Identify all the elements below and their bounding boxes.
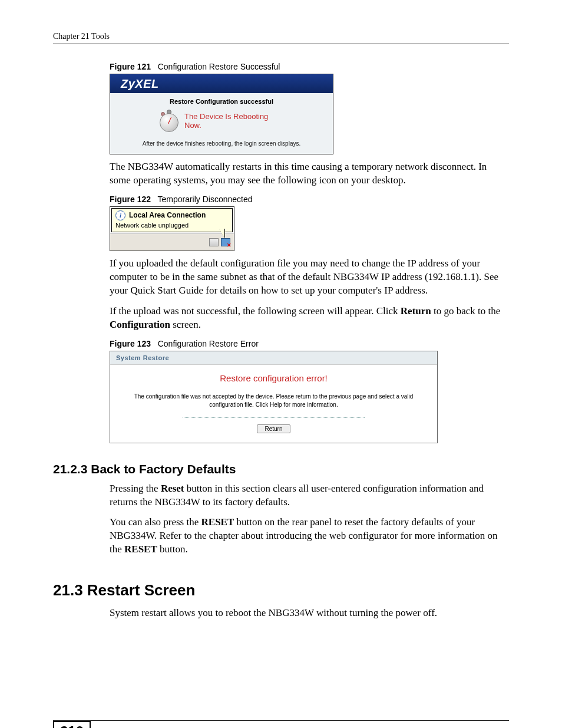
tooltip-balloon: i Local Area Connection Network cable un… [111,208,233,232]
figure-123-caption: Figure 123 Configuration Restore Error [110,339,509,348]
paragraph-ip-note: If you uploaded the default configuratio… [110,257,509,298]
reset-bold-2: RESET [201,516,234,528]
page-number: 210 [53,721,91,728]
page-footer: 210 NBG334W User's Guide [53,720,509,728]
figure-122-title: Temporarily Disconnected [157,195,252,204]
return-button[interactable]: Return [257,424,290,433]
figure-121-label: Figure 121 [110,62,151,71]
figure-121-title: Configuration Restore Successful [158,62,280,71]
rebooting-text: The Device Is Rebooting Now. [184,112,285,130]
balloon-title: Local Area Connection [129,211,206,219]
restore-error-message: The configuration file was not accepted … [122,393,425,409]
upload-fail-e: screen. [170,319,201,330]
return-bold: Return [401,305,431,317]
figure-123-label: Figure 123 [110,339,151,348]
info-icon: i [115,210,125,220]
upload-fail-a: If the upload was not successful, the fo… [110,305,401,317]
zyxel-logo-bar: ZyXEL [110,74,333,93]
balloon-subtitle: Network cable unplugged [115,222,229,229]
header-rule [53,44,509,44]
fd-p1-a: Pressing the [110,483,161,494]
balloon-tail [219,228,224,238]
figure-123-title: Configuration Restore Error [158,339,259,348]
restore-error-title: Restore configuration error! [122,373,425,383]
network-disconnected-icon [221,238,230,246]
tray-item-icon [209,238,219,246]
paragraph-upload-fail: If the upload was not successful, the fo… [110,305,509,332]
restart-screen-p1: System restart allows you to reboot the … [110,607,509,620]
restore-success-footer: After the device finishes rebooting, the… [116,140,327,147]
figure-121-caption: Figure 121 Configuration Restore Success… [110,62,509,71]
reset-bold: Reset [161,483,184,494]
figure-122: i Local Area Connection Network cable un… [110,206,234,251]
running-header: Chapter 21 Tools [53,32,509,41]
figure-122-caption: Figure 122 Temporarily Disconnected [110,195,509,204]
figure-121: ZyXEL Restore Configuration successful T… [110,74,333,154]
system-restore-header: System Restore [110,351,437,365]
configuration-bold: Configuration [110,319,170,330]
upload-fail-c: to go back to the [431,305,501,317]
reset-bold-3: RESET [124,543,157,555]
fd-p2-a: You can also press the [110,516,201,528]
paragraph-restart-note: The NBG334W automatically restarts in th… [110,160,509,187]
heading-21-2-3: 21.2.3 Back to Factory Defaults [53,462,509,476]
restore-success-title: Restore Configuration successful [116,98,327,105]
dotted-divider [183,417,365,418]
system-tray [110,233,234,251]
figure-123: System Restore Restore configuration err… [110,351,438,443]
factory-defaults-p1: Pressing the Reset button in this sectio… [110,482,509,509]
fd-p2-e: button. [157,543,188,555]
factory-defaults-p2: You can also press the RESET button on t… [110,516,509,556]
heading-21-3: 21.3 Restart Screen [53,581,509,599]
figure-122-label: Figure 122 [110,195,151,204]
stopwatch-icon [158,110,178,132]
